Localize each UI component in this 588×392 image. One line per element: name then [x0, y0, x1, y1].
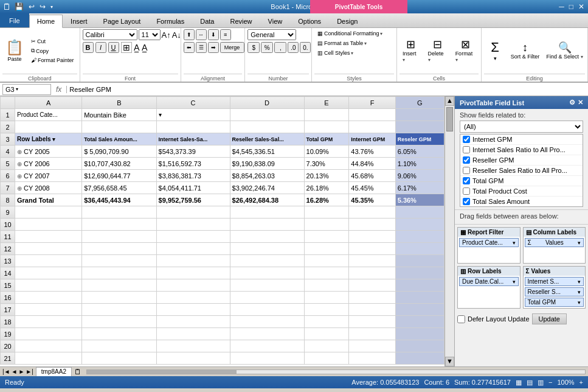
- cell-g1[interactable]: [395, 109, 444, 121]
- horiz-scroll-thumb[interactable]: [87, 370, 237, 374]
- cell-e6[interactable]: 20.13%: [304, 170, 349, 182]
- row-labels-zone[interactable]: ▥ Row Labels Due Date.Cal... ▾: [457, 266, 521, 309]
- cell-a7[interactable]: ⊕ CY 2008: [15, 182, 82, 194]
- zoom-in-btn[interactable]: +: [579, 379, 583, 386]
- col-header-g[interactable]: G: [395, 97, 444, 109]
- internet-s-chevron[interactable]: ▾: [578, 279, 581, 285]
- copy-button[interactable]: ⧉ Copy: [28, 46, 77, 55]
- vertical-scrollbar[interactable]: ▲ ▼: [444, 96, 454, 366]
- field-checkbox-total-gpm[interactable]: [463, 177, 470, 184]
- cell-b1[interactable]: Mountain Bike: [82, 109, 156, 121]
- horiz-scrollbar[interactable]: [86, 369, 586, 374]
- border-button[interactable]: ⊞: [121, 42, 132, 53]
- column-labels-item-values[interactable]: Σ Values ▾: [525, 238, 584, 247]
- font-name-select[interactable]: Calibri: [83, 29, 137, 40]
- cell-c8[interactable]: $9,952,759.56: [156, 194, 230, 206]
- conditional-formatting-btn[interactable]: ▦ Conditional Formatting ▾: [314, 29, 386, 38]
- autosum-btn[interactable]: Σ ▾: [484, 38, 506, 63]
- sheet-prev-btn[interactable]: ◄: [12, 368, 18, 375]
- update-button[interactable]: Update: [532, 313, 567, 324]
- field-item-total-product-cost[interactable]: Total Product Cost: [460, 186, 583, 197]
- cell-e5[interactable]: 7.30%: [304, 158, 349, 170]
- horiz-scroll-area[interactable]: [84, 367, 588, 376]
- tab-insert[interactable]: Insert: [63, 14, 95, 27]
- row-labels-item-due-date[interactable]: Due Date.Cal... ▾: [459, 277, 519, 286]
- scroll-thumb[interactable]: [446, 107, 453, 131]
- qat-undo[interactable]: ↩: [27, 2, 36, 11]
- cell-a6[interactable]: ⊕ CY 2007: [15, 170, 82, 182]
- decrease-decimal-btn[interactable]: 0.: [300, 42, 311, 53]
- currency-btn[interactable]: $: [247, 42, 260, 53]
- cell-f1[interactable]: [349, 109, 395, 121]
- field-checkbox-total-product-cost[interactable]: [463, 187, 470, 195]
- cell-g6[interactable]: 9.06%: [395, 170, 444, 182]
- col-header-a[interactable]: A: [15, 97, 82, 109]
- field-item-reseller-sales-ratio[interactable]: Reseller Sales Ratio to All Pro...: [460, 166, 583, 176]
- scroll-down-btn[interactable]: ▼: [445, 357, 454, 366]
- cell-f2[interactable]: [349, 121, 395, 133]
- col-header-f[interactable]: F: [349, 97, 395, 109]
- cell-e1[interactable]: [304, 109, 349, 121]
- cell-ref-arrow[interactable]: ▾: [16, 86, 18, 92]
- cell-a2[interactable]: [15, 121, 82, 133]
- cell-f6[interactable]: 45.68%: [349, 170, 395, 182]
- sort-filter-btn[interactable]: ↕ Sort & Filter: [508, 40, 542, 62]
- values-zone[interactable]: Σ Values Internet S... ▾ Reseller S... ▾…: [523, 266, 586, 309]
- scroll-track[interactable]: [445, 106, 454, 357]
- values-item-internet-s[interactable]: Internet S... ▾: [525, 277, 584, 286]
- align-center-btn[interactable]: ☰: [196, 42, 207, 53]
- cell-d8[interactable]: $26,492,684.38: [230, 194, 304, 206]
- cell-e7[interactable]: 26.18%: [304, 182, 349, 194]
- align-right-btn[interactable]: ➡: [208, 42, 219, 53]
- cell-g4[interactable]: 6.05%: [395, 145, 444, 158]
- percent-btn[interactable]: %: [261, 42, 273, 53]
- cell-f4[interactable]: 43.76%: [349, 145, 395, 158]
- cell-c4[interactable]: $543,373.39: [156, 145, 230, 158]
- col-header-b[interactable]: B: [82, 97, 156, 109]
- sheet-next-btn[interactable]: ►: [18, 368, 24, 375]
- cell-g3[interactable]: Reseler GPM: [395, 133, 444, 145]
- pivot-settings-icon[interactable]: ⚙: [569, 99, 575, 107]
- close-btn[interactable]: ✕: [577, 2, 586, 11]
- cell-e4[interactable]: 10.09%: [304, 145, 349, 158]
- field-item-total-gpm[interactable]: Total GPM: [460, 176, 583, 186]
- show-fields-dropdown[interactable]: (All): [460, 121, 583, 133]
- tab-formulas[interactable]: Formulas: [148, 14, 192, 27]
- cell-g2[interactable]: [395, 121, 444, 133]
- qat-dropdown[interactable]: ▾: [49, 4, 54, 10]
- tab-options[interactable]: Options: [290, 14, 329, 27]
- format-btn[interactable]: ⊠ Format ▾: [452, 37, 479, 65]
- defer-checkbox[interactable]: [457, 315, 465, 323]
- align-left-btn[interactable]: ⬅: [184, 42, 195, 53]
- formula-display[interactable]: Reseller GPM: [66, 86, 586, 93]
- cell-d5[interactable]: $9,190,838.09: [230, 158, 304, 170]
- find-select-btn[interactable]: 🔍 Find & Select ▾: [544, 40, 585, 62]
- field-checkbox-internet-sales-ratio[interactable]: [463, 146, 470, 153]
- cell-b4[interactable]: $ 5,090,709.90: [82, 145, 156, 158]
- sheet-tab-tmp8aa2[interactable]: tmp8AA2: [36, 367, 72, 376]
- col-header-c[interactable]: C: [156, 97, 230, 109]
- view-normal-btn[interactable]: ▦: [516, 379, 522, 387]
- scroll-up-btn[interactable]: ▲: [445, 96, 454, 106]
- cell-e3[interactable]: Total GPM: [304, 133, 349, 145]
- cell-f3[interactable]: Internet GPM: [349, 133, 395, 145]
- qat-save[interactable]: 💾: [13, 2, 25, 11]
- cell-d3[interactable]: Reseller Sales-Sal...: [230, 133, 304, 145]
- align-bottom-btn[interactable]: ⬇: [208, 29, 219, 40]
- add-sheet-icon[interactable]: 🗒: [74, 368, 81, 376]
- tab-data[interactable]: Data: [192, 14, 222, 27]
- col-header-d[interactable]: D: [230, 97, 304, 109]
- values-item-total-gpm[interactable]: Total GPM ▾: [525, 298, 584, 307]
- cell-g7[interactable]: 6.17%: [395, 182, 444, 194]
- values-chevron[interactable]: ▾: [578, 240, 581, 246]
- number-format-select[interactable]: General: [247, 29, 296, 40]
- font-size-select[interactable]: 11: [139, 29, 161, 40]
- increase-decimal-btn[interactable]: .0: [288, 42, 299, 53]
- cell-b6[interactable]: $12,690,644.77: [82, 170, 156, 182]
- cell-d4[interactable]: $4,545,336.51: [230, 145, 304, 158]
- tab-review[interactable]: Review: [222, 14, 260, 27]
- cell-f5[interactable]: 44.84%: [349, 158, 395, 170]
- col-header-e[interactable]: E: [304, 97, 349, 109]
- italic-button[interactable]: I: [95, 42, 106, 53]
- cell-e8[interactable]: 16.28%: [304, 194, 349, 206]
